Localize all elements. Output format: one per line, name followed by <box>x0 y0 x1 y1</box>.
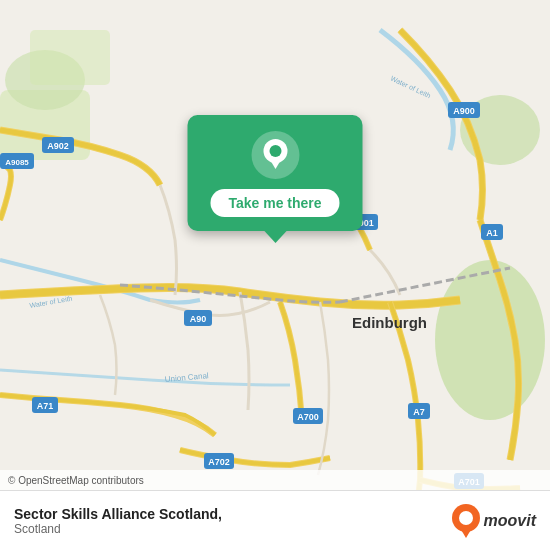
location-region: Scotland <box>14 522 222 536</box>
moovit-pin-icon <box>452 504 480 538</box>
moovit-logo: moovit <box>452 504 536 538</box>
svg-text:A1: A1 <box>486 228 498 238</box>
svg-point-1 <box>435 260 545 420</box>
moovit-text: moovit <box>484 512 536 530</box>
svg-text:A90: A90 <box>190 314 207 324</box>
svg-point-36 <box>459 511 473 525</box>
svg-point-33 <box>269 145 281 157</box>
copyright-bar: © OpenStreetMap contributors <box>0 470 550 490</box>
svg-text:A902: A902 <box>47 141 69 151</box>
svg-text:A900: A900 <box>453 106 475 116</box>
location-name: Sector Skills Alliance Scotland, <box>14 506 222 522</box>
svg-text:A7: A7 <box>413 407 425 417</box>
svg-text:A702: A702 <box>208 457 230 467</box>
map-container: A902 A900 A90 A901 A1 A700 A702 A7 A701 … <box>0 0 550 550</box>
map-svg: A902 A900 A90 A901 A1 A700 A702 A7 A701 … <box>0 0 550 550</box>
svg-rect-5 <box>30 30 110 85</box>
svg-marker-37 <box>460 528 472 538</box>
bottom-bar: Sector Skills Alliance Scotland, Scotlan… <box>0 490 550 550</box>
svg-text:Edinburgh: Edinburgh <box>352 314 427 331</box>
popup-card[interactable]: Take me there <box>188 115 363 231</box>
pin-icon-wrap <box>251 131 299 179</box>
location-info: Sector Skills Alliance Scotland, Scotlan… <box>14 506 222 536</box>
location-pin-icon <box>261 139 289 171</box>
take-me-there-button[interactable]: Take me there <box>210 189 339 217</box>
svg-marker-34 <box>269 159 281 169</box>
svg-text:A700: A700 <box>297 412 319 422</box>
svg-text:A9085: A9085 <box>5 158 29 167</box>
copyright-text: © OpenStreetMap contributors <box>8 475 144 486</box>
svg-text:A71: A71 <box>37 401 54 411</box>
